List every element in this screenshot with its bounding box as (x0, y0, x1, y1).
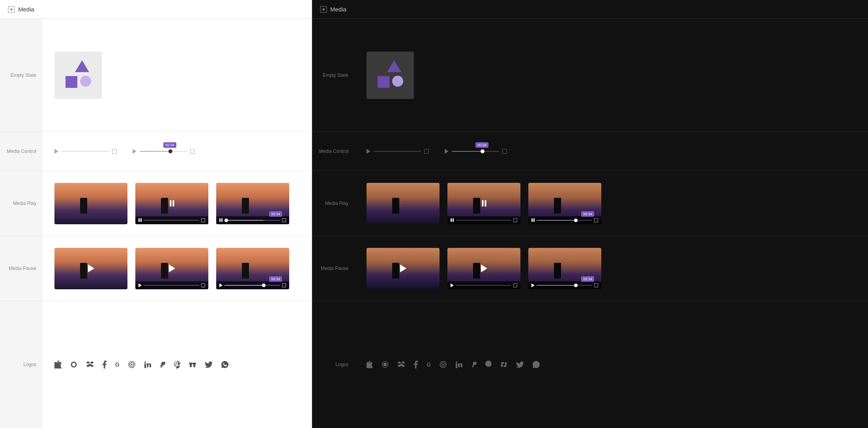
video-track-3-light[interactable]: 00:34 (224, 220, 280, 221)
video-pause-2-dark[interactable] (447, 248, 520, 289)
video-expand-3-light[interactable] (282, 218, 286, 222)
pause-btn-3-light[interactable] (219, 218, 223, 222)
media-control-simple-light[interactable] (54, 149, 117, 154)
sidebar-item-play-dark: Media Play (312, 171, 355, 236)
video-play-1-dark[interactable] (367, 183, 440, 224)
controls-bar-p2-light (135, 281, 208, 289)
svg-point-31 (456, 361, 457, 363)
play-btn-simple-dark[interactable] (367, 149, 370, 154)
video-track-p2-light[interactable] (144, 285, 199, 286)
svg-point-21 (383, 363, 387, 366)
video-thumb-p3-light[interactable] (262, 283, 266, 287)
svg-point-13 (144, 361, 146, 363)
light-panel-body: Empty State Media Control Media Play Med… (0, 19, 312, 428)
svg-point-29 (442, 364, 444, 365)
video-expand-p3-dark[interactable] (594, 283, 598, 287)
svg-point-32 (485, 361, 492, 367)
pause-btn-2-dark[interactable] (451, 218, 454, 222)
video-thumb-3-light[interactable] (224, 218, 228, 222)
play-btn-p2-light[interactable] (138, 283, 142, 287)
progress-track-timed-light[interactable]: 00:34 (140, 151, 187, 152)
light-panel-title: Media (18, 6, 34, 13)
svg-rect-12 (144, 363, 146, 368)
sidebar-item-control-light: Media Control (0, 131, 43, 171)
play-btn-p3-light[interactable] (219, 283, 223, 287)
video-pause-3-dark[interactable]: 00:34 (528, 248, 601, 289)
expand-btn-simple-dark[interactable] (424, 149, 429, 154)
video-expand-p3-light[interactable] (282, 283, 286, 287)
media-control-timed-light[interactable]: 00:34 (133, 149, 195, 154)
controls-bar-3-dark: 00:34 (528, 216, 601, 224)
video-track-p2-dark[interactable] (456, 285, 511, 286)
play-btn-simple-light[interactable] (54, 149, 58, 154)
progress-thumb-timed-dark[interactable] (481, 149, 485, 153)
video-pause-1-dark[interactable] (367, 248, 440, 289)
media-icon-light (8, 6, 15, 13)
empty-state-label-light: Empty State (11, 73, 36, 78)
sidebar-item-pause-light: Media Pause (0, 236, 43, 301)
svg-point-11 (131, 364, 133, 365)
progress-thumb-timed-light[interactable] (168, 149, 172, 153)
light-panel-header: Media (0, 0, 312, 19)
slack-logo-light (189, 361, 196, 368)
svg-marker-23 (401, 361, 405, 364)
logos-label-dark: Logos (335, 362, 348, 367)
video-play-2-light[interactable] (135, 183, 208, 224)
play-btn-timed-light[interactable] (133, 149, 137, 154)
video-expand-2-dark[interactable] (513, 218, 517, 222)
video-pause-1-light[interactable] (54, 248, 127, 289)
progress-track-timed-dark[interactable]: 00:34 (452, 151, 499, 152)
svg-rect-17 (193, 364, 195, 367)
logos-row-light: G (54, 361, 228, 368)
video-pause-2-light[interactable] (135, 248, 208, 289)
video-track-2-dark[interactable] (456, 220, 511, 221)
video-expand-p2-light[interactable] (201, 283, 205, 287)
video-expand-3-dark[interactable] (594, 218, 598, 222)
play-btn-p3-dark[interactable] (531, 283, 535, 287)
svg-marker-1 (11, 8, 13, 11)
video-play-2-dark[interactable] (447, 183, 520, 224)
video-play-3-light[interactable]: 00:34 (216, 183, 289, 224)
shape-triangle-dark (387, 60, 401, 72)
controls-bar-p3-light: 00:34 (216, 281, 289, 289)
facebook-logo-light (103, 361, 107, 368)
logos-label-light: Logos (23, 362, 36, 367)
video-track-p3-dark[interactable]: 00:34 (537, 285, 592, 286)
expand-btn-timed-dark[interactable] (502, 149, 507, 154)
whatsapp-logo-dark (533, 361, 540, 368)
video-play-1-light[interactable] (54, 183, 127, 224)
progress-track-simple-dark[interactable] (374, 151, 421, 152)
play-btn-timed-dark[interactable] (445, 149, 449, 154)
video-play-3-dark[interactable]: 00:34 (528, 183, 601, 224)
video-pause-3-light[interactable]: 00:34 (216, 248, 289, 289)
apple-logo-light (54, 361, 62, 368)
svg-rect-35 (501, 362, 504, 364)
svg-rect-34 (505, 362, 507, 365)
progress-track-simple-light[interactable] (62, 151, 109, 152)
pause-btn-2-light[interactable] (138, 218, 142, 222)
light-sidebar: Empty State Media Control Media Play Med… (0, 19, 43, 428)
twitter-logo-light (205, 361, 213, 368)
expand-btn-simple-light[interactable] (112, 149, 117, 154)
media-play-section-dark: 00:34 (355, 171, 868, 236)
media-play-label-light: Media Play (13, 201, 36, 206)
video-track-2-light[interactable] (144, 220, 199, 221)
media-pause-label-light: Media Pause (9, 266, 36, 271)
expand-btn-timed-light[interactable] (190, 149, 195, 154)
video-fill-p3-light (224, 285, 264, 286)
play-btn-overlay-light (88, 264, 94, 272)
dark-sidebar: Empty State Media Control Media Play Med… (312, 19, 355, 428)
logos-section-dark: G (355, 301, 868, 428)
video-expand-2-light[interactable] (201, 218, 205, 222)
video-track-p3-light[interactable]: 00:34 (224, 285, 280, 286)
pause-btn-3-dark[interactable] (531, 218, 535, 222)
media-control-timed-dark[interactable]: 00:34 (445, 149, 507, 154)
video-expand-p2-dark[interactable] (513, 283, 517, 287)
video-fill-3-light (224, 220, 264, 221)
media-control-simple-dark[interactable] (367, 149, 429, 154)
video-track-3-dark[interactable]: 00:34 (537, 220, 592, 221)
play-btn-p2-dark[interactable] (451, 283, 454, 287)
controls-bar-2-dark (447, 216, 520, 224)
paypal-logo-dark (471, 361, 477, 368)
controls-bar-3-light: 00:34 (216, 216, 289, 224)
